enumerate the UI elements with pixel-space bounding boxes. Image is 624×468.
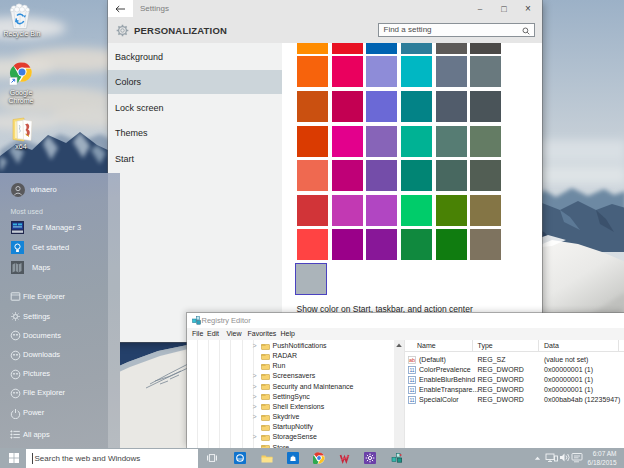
svg-text:11: 11 <box>409 377 414 383</box>
svg-text:11: 11 <box>409 367 414 373</box>
svg-text:11: 11 <box>409 397 414 403</box>
svg-text:ab: ab <box>409 357 415 363</box>
svg-text:11: 11 <box>409 387 414 393</box>
